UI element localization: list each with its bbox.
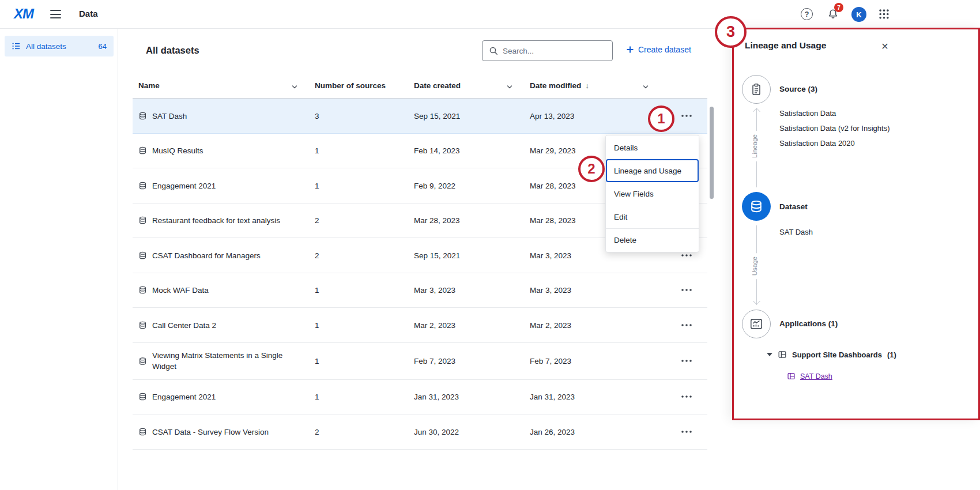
- top-bar: XM Data ? 7 K: [0, 0, 980, 29]
- clipboard-icon: [749, 82, 763, 96]
- search-box: [482, 40, 613, 61]
- dataset-heading: Dataset: [779, 202, 808, 211]
- applications-heading: Applications (1): [779, 319, 838, 328]
- table-row[interactable]: Mock WAF Data 1 Mar 3, 2023 Mar 3, 2023: [133, 273, 707, 308]
- vertical-scrollbar[interactable]: [710, 107, 714, 199]
- hamburger-menu-icon[interactable]: [50, 10, 62, 19]
- date-created: Mar 2, 2023: [414, 321, 455, 329]
- row-actions-button[interactable]: [678, 425, 695, 439]
- date-modified: Jan 26, 2023: [530, 427, 575, 436]
- dataset-name: SAT Dash: [152, 110, 187, 121]
- date-created: Jan 31, 2023: [414, 393, 459, 401]
- date-modified: Mar 28, 2023: [530, 216, 576, 225]
- sources-count: 1: [315, 181, 319, 190]
- application-link[interactable]: SAT Dash: [800, 372, 832, 380]
- apps-grid-icon[interactable]: [879, 9, 889, 20]
- more-dots-icon: [681, 114, 692, 118]
- table-row[interactable]: CSAT Data - Survey Flow Version 2 Jun 30…: [133, 414, 707, 450]
- source-list: Satisfaction Data Satisfaction Data (v2 …: [779, 106, 889, 151]
- chevron-down-icon[interactable]: [506, 84, 513, 91]
- date-created: Feb 9, 2022: [414, 181, 455, 190]
- dataset-name: SAT Dash: [779, 228, 813, 236]
- dataset-icon: [138, 216, 147, 225]
- sources-count: 2: [315, 216, 319, 225]
- menu-item-edit[interactable]: Edit: [606, 205, 699, 228]
- annotation-step-2: 2: [578, 156, 605, 182]
- date-modified: Mar 3, 2023: [530, 251, 571, 259]
- sources-count: 3: [315, 111, 319, 120]
- list-icon: [12, 42, 21, 51]
- date-created: Feb 14, 2023: [414, 146, 460, 155]
- chevron-down-icon[interactable]: [767, 353, 772, 356]
- date-modified: Jan 31, 2023: [530, 393, 575, 401]
- dashboard-icon: [778, 350, 787, 359]
- more-dots-icon: [681, 359, 692, 363]
- more-dots-icon: [681, 430, 692, 434]
- lineage-label: Lineage: [751, 131, 758, 161]
- date-created: Mar 3, 2023: [414, 286, 455, 295]
- sidebar-item-label: All datasets: [26, 42, 66, 51]
- table-row[interactable]: Viewing Matrix Statements in a Single Wi…: [133, 343, 707, 380]
- date-modified: Mar 28, 2023: [530, 181, 576, 190]
- more-dots-icon: [681, 254, 692, 257]
- table-row[interactable]: Call Center Data 2 1 Mar 2, 2023 Mar 2, …: [133, 308, 707, 343]
- dataset-icon: [138, 321, 147, 329]
- help-icon[interactable]: ?: [801, 8, 813, 20]
- row-actions-button[interactable]: [678, 109, 695, 123]
- table-row[interactable]: SAT Dash 3 Sep 15, 2021 Apr 13, 2023: [133, 99, 707, 134]
- arrow-down-icon: [753, 297, 760, 305]
- dataset-name: Engagement 2021: [152, 180, 216, 191]
- sources-count: 1: [315, 357, 319, 365]
- row-context-menu: Details Lineage and Usage View Fields Ed…: [605, 135, 699, 252]
- row-actions-button[interactable]: [678, 318, 695, 332]
- date-created: Sep 15, 2021: [414, 251, 460, 259]
- menu-item-delete[interactable]: Delete: [606, 228, 699, 251]
- row-actions-button[interactable]: [678, 390, 695, 404]
- source-item: Satisfaction Data 2020: [779, 136, 889, 151]
- application-group-row[interactable]: Support Site Dashboards (1): [767, 350, 896, 359]
- more-dots-icon: [681, 323, 692, 327]
- dataset-node: [742, 192, 771, 221]
- application-link-row: SAT Dash: [787, 372, 832, 380]
- dataset-icon: [138, 286, 147, 295]
- dataset-name: MusIQ Results: [152, 145, 203, 156]
- plus-icon: [626, 46, 634, 54]
- chevron-down-icon[interactable]: [291, 84, 298, 91]
- search-icon: [489, 46, 498, 55]
- table-row[interactable]: Engagement 2021 1 Jan 31, 2023 Jan 31, 2…: [133, 380, 707, 415]
- row-actions-button[interactable]: [678, 283, 695, 297]
- menu-item-details[interactable]: Details: [606, 136, 699, 159]
- create-dataset-button[interactable]: Create dataset: [626, 45, 691, 54]
- dataset-name: Mock WAF Data: [152, 285, 209, 296]
- column-label: Number of sources: [315, 81, 386, 90]
- menu-item-view-fields[interactable]: View Fields: [606, 182, 699, 205]
- applications-node: [742, 310, 771, 338]
- date-modified: Apr 13, 2023: [530, 111, 574, 120]
- application-group-label: Support Site Dashboards: [792, 350, 882, 359]
- column-header-name[interactable]: Name: [138, 81, 160, 90]
- user-avatar[interactable]: K: [851, 7, 866, 22]
- date-modified: Mar 2, 2023: [530, 321, 571, 329]
- chevron-down-icon[interactable]: [642, 84, 649, 91]
- page: XM Data ? 7 K All datasets 64 All datase…: [0, 0, 980, 490]
- dataset-name: CSAT Dashboard for Managers: [152, 250, 261, 261]
- column-header-date-created[interactable]: Date created: [414, 81, 461, 90]
- page-title: All datasets: [146, 45, 199, 56]
- sidebar-item-all-datasets[interactable]: All datasets 64: [5, 36, 114, 56]
- column-header-sources[interactable]: Number of sources: [315, 81, 386, 90]
- sources-count: 2: [315, 427, 319, 436]
- column-header-date-modified[interactable]: Date modified ↓: [530, 81, 589, 90]
- search-input[interactable]: [502, 41, 610, 61]
- sources-count: 2: [315, 251, 319, 259]
- source-node: [742, 75, 771, 104]
- xm-logo[interactable]: XM: [14, 6, 33, 22]
- dataset-icon: [138, 111, 147, 120]
- more-dots-icon: [681, 395, 692, 398]
- menu-item-lineage-and-usage[interactable]: Lineage and Usage: [606, 159, 699, 182]
- dataset-name: Restaurant feedback for text analysis: [152, 215, 280, 226]
- date-created: Mar 28, 2023: [414, 216, 460, 225]
- row-actions-button[interactable]: [678, 354, 695, 368]
- sidebar-item-count: 64: [99, 42, 107, 51]
- close-icon[interactable]: ✕: [878, 39, 892, 53]
- source-item: Satisfaction Data (v2 for Insights): [779, 121, 889, 136]
